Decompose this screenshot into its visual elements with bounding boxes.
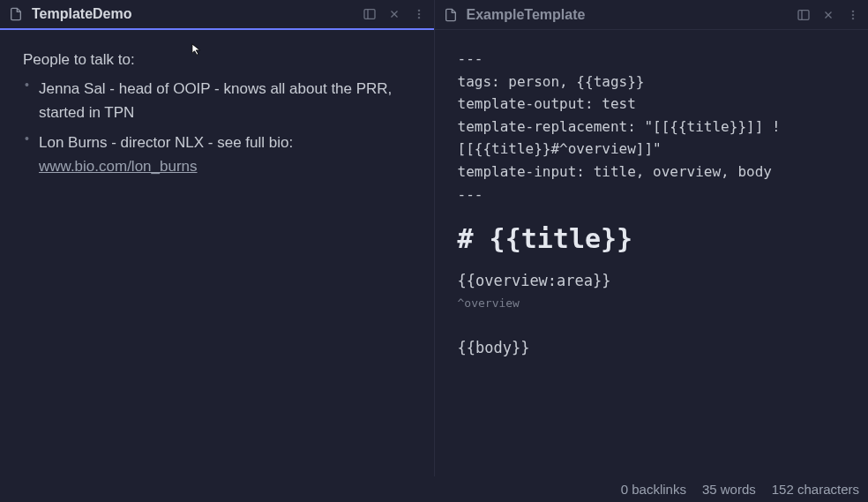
note-content-left[interactable]: People to talk to: Jenna Sal - head of O… bbox=[0, 30, 434, 201]
status-bar: 0 backlinks 35 words 152 characters bbox=[612, 476, 868, 502]
template-block-ref: ^overview bbox=[458, 295, 846, 313]
svg-point-4 bbox=[418, 10, 420, 11]
tab-actions-right bbox=[796, 7, 861, 23]
left-pane: TemplateDemo People to talk to: Jenna Sa… bbox=[0, 0, 435, 476]
more-icon[interactable] bbox=[411, 6, 427, 22]
tab-title-right[interactable]: ExampleTemplate bbox=[467, 7, 797, 23]
more-icon[interactable] bbox=[845, 7, 861, 23]
file-icon bbox=[444, 8, 458, 22]
svg-point-11 bbox=[852, 11, 854, 12]
svg-point-5 bbox=[418, 13, 420, 15]
heading-text: People to talk to: bbox=[23, 48, 411, 71]
frontmatter-delim: --- bbox=[458, 184, 846, 206]
svg-point-6 bbox=[418, 17, 420, 19]
template-heading: # {{title}} bbox=[458, 218, 846, 260]
file-icon bbox=[9, 7, 23, 21]
list-item: Lon Burns - director NLX - see full bio:… bbox=[23, 131, 411, 178]
template-overview: {{overview:area}} bbox=[458, 269, 846, 293]
close-icon[interactable] bbox=[386, 6, 402, 22]
svg-point-12 bbox=[852, 14, 854, 16]
svg-point-13 bbox=[852, 18, 854, 19]
list-item: Jenna Sal - head of OOIP - knows all abo… bbox=[23, 77, 411, 124]
status-words[interactable]: 35 words bbox=[702, 482, 756, 497]
note-content-right[interactable]: --- tags: person, {{tags}} template-outp… bbox=[435, 30, 869, 378]
tab-bar-left: TemplateDemo bbox=[0, 0, 434, 30]
frontmatter-delim: --- bbox=[458, 48, 846, 71]
list-item-text: Jenna Sal - head of OOIP - knows all abo… bbox=[39, 80, 392, 121]
status-backlinks[interactable]: 0 backlinks bbox=[621, 482, 686, 497]
frontmatter-line: template-input: title, overview, body bbox=[458, 161, 846, 184]
right-pane: ExampleTemplate --- tags: person, {{tags… bbox=[435, 0, 869, 476]
tab-actions-left bbox=[362, 6, 427, 22]
reading-mode-icon[interactable] bbox=[796, 7, 812, 23]
status-chars[interactable]: 152 characters bbox=[772, 482, 859, 497]
close-icon[interactable] bbox=[820, 7, 836, 23]
tab-title-left[interactable]: TemplateDemo bbox=[32, 6, 362, 22]
reading-mode-icon[interactable] bbox=[362, 6, 378, 22]
tab-bar-right: ExampleTemplate bbox=[435, 0, 869, 30]
frontmatter-line: template-replacement: "[[{{title}}]] ![[… bbox=[458, 116, 846, 161]
svg-rect-7 bbox=[798, 10, 809, 19]
frontmatter-line: tags: person, {{tags}} bbox=[458, 71, 846, 94]
svg-rect-0 bbox=[364, 10, 375, 19]
frontmatter-line: template-output: test bbox=[458, 93, 846, 116]
external-link[interactable]: www.bio.com/lon_burns bbox=[39, 158, 198, 175]
template-body: {{body}} bbox=[458, 336, 846, 360]
list-item-text: Lon Burns - director NLX - see full bio: bbox=[39, 134, 293, 151]
